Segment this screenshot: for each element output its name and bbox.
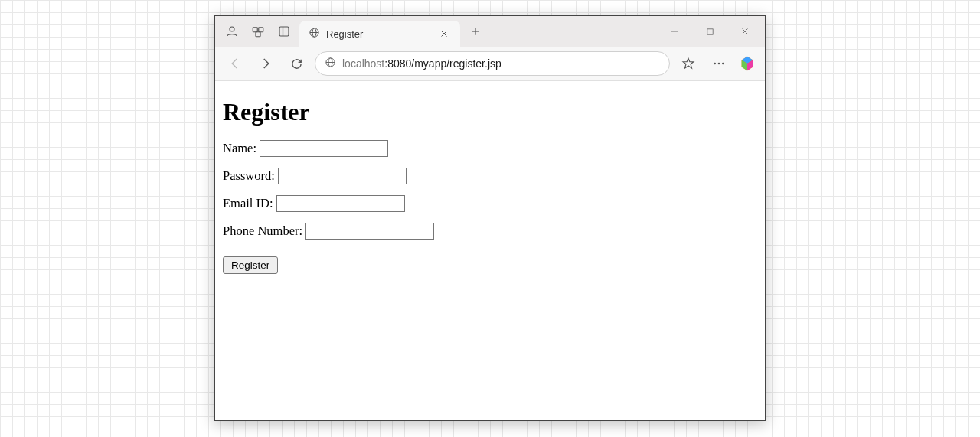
- page-heading: Register: [223, 98, 757, 126]
- svg-rect-4: [279, 27, 289, 36]
- profile-icon[interactable]: [221, 21, 243, 42]
- maximize-button[interactable]: [693, 19, 727, 44]
- url-host: localhost: [342, 57, 384, 70]
- page-content: Register Name: Password: Email ID: Phone…: [215, 80, 765, 420]
- toolbar: localhost:8080/myapp/register.jsp: [215, 47, 765, 80]
- password-label: Password:: [223, 168, 275, 184]
- svg-point-0: [230, 27, 234, 31]
- back-button[interactable]: [223, 51, 247, 76]
- svg-rect-2: [259, 28, 263, 32]
- address-bar[interactable]: localhost:8080/myapp/register.jsp: [315, 51, 670, 76]
- more-button[interactable]: [707, 51, 731, 76]
- browser-window: Register: [214, 15, 766, 421]
- site-icon: [309, 27, 320, 41]
- svg-point-21: [718, 63, 720, 65]
- svg-rect-3: [256, 32, 260, 37]
- minimize-button[interactable]: [658, 19, 691, 44]
- phone-label: Phone Number:: [223, 223, 302, 239]
- password-row: Password:: [223, 168, 757, 184]
- name-row: Name:: [223, 140, 757, 157]
- tab-actions-icon[interactable]: [273, 21, 295, 42]
- close-window-button[interactable]: [728, 19, 762, 44]
- url-path: :8080/myapp/register.jsp: [384, 57, 501, 70]
- register-button[interactable]: Register: [223, 256, 278, 274]
- workspaces-icon[interactable]: [247, 21, 269, 42]
- globe-icon: [325, 57, 336, 70]
- new-tab-button[interactable]: [465, 21, 486, 42]
- url-text: localhost:8080/myapp/register.jsp: [342, 57, 501, 70]
- email-label: Email ID:: [223, 196, 273, 211]
- browser-tab[interactable]: Register: [299, 21, 460, 47]
- email-input[interactable]: [276, 195, 405, 212]
- tab-title: Register: [326, 28, 431, 40]
- close-tab-icon[interactable]: [437, 27, 451, 41]
- phone-input[interactable]: [305, 223, 434, 240]
- forward-button[interactable]: [253, 51, 278, 76]
- email-row: Email ID:: [223, 195, 757, 212]
- titlebar: Register: [215, 16, 765, 47]
- reload-button[interactable]: [284, 51, 309, 76]
- password-input[interactable]: [278, 168, 407, 184]
- svg-point-22: [722, 63, 724, 65]
- window-controls: [658, 19, 762, 44]
- svg-point-20: [714, 63, 716, 65]
- favorites-button[interactable]: [676, 51, 701, 76]
- copilot-icon[interactable]: [737, 54, 757, 73]
- svg-rect-1: [253, 28, 257, 32]
- svg-rect-14: [707, 28, 712, 34]
- name-label: Name:: [223, 141, 256, 156]
- phone-row: Phone Number:: [223, 223, 757, 240]
- name-input[interactable]: [260, 140, 388, 157]
